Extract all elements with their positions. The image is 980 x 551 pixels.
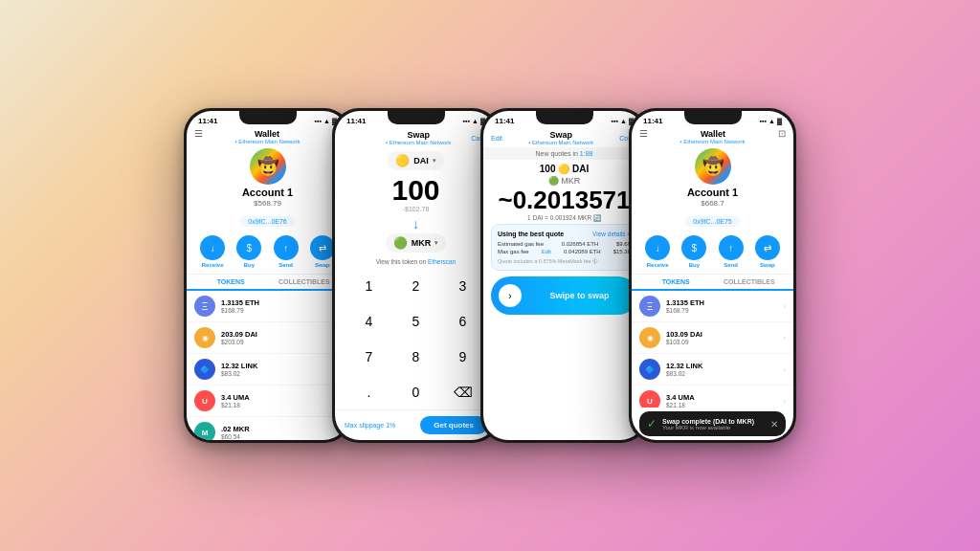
tabs-4: TOKENS COLLECTIBLES: [632, 275, 793, 291]
scan-icon-4[interactable]: ⊡: [774, 128, 790, 139]
signal-icon-1: ▪▪▪: [315, 118, 322, 124]
toast-close-btn[interactable]: ✕: [770, 419, 778, 430]
wallet-title-1: Wallet: [255, 129, 279, 139]
max-gas-label: Max gas fee: [498, 249, 529, 254]
send-btn-4[interactable]: ↑ Send: [719, 235, 744, 268]
edit-btn-3[interactable]: Edit: [491, 135, 502, 142]
swap-btn-1[interactable]: ⇄ Swap: [310, 235, 335, 268]
account-balance-4: $668.7: [632, 199, 793, 208]
swipe-to-swap-btn[interactable]: › Swipe to swap: [491, 276, 637, 315]
tab-tokens-4[interactable]: TOKENS: [639, 275, 713, 291]
avatar-1: 🤠: [250, 148, 286, 185]
token-link-1[interactable]: 🔷 12.32 LINK $83.02 ›: [187, 354, 348, 386]
token-link-4[interactable]: 🔷 12.32 LINK $83.02 ›: [632, 354, 793, 386]
from-token-dropdown[interactable]: 🟡 DAI ▾: [388, 151, 444, 170]
token-eth-1[interactable]: Ξ 1.3135 ETH $168.79 ›: [187, 291, 348, 322]
key-8[interactable]: 8: [393, 341, 438, 374]
wifi-icon-2: ▲: [472, 118, 479, 124]
time-4: 11:41: [643, 117, 662, 125]
tab-collectibles-1[interactable]: COLLECTIBLES: [268, 275, 342, 291]
max-gas-row: Max gas fee Edit 0.042089 ETH $15.38: [498, 249, 631, 254]
etherscan-link-2: View this token on Etherscan: [335, 258, 497, 265]
account-address-4[interactable]: 0x9fC...0E75: [685, 216, 739, 227]
swipe-circle: ›: [499, 284, 522, 307]
receive-icon-4: ↓: [645, 235, 670, 260]
key-1[interactable]: 1: [346, 269, 391, 302]
key-backspace[interactable]: ⌫: [440, 376, 485, 409]
screen-2: 11:41 ▪▪▪ ▲ ▓ Swap • Ethereum Main Netwo…: [335, 111, 497, 440]
quote-to-icon: 🟢 MKR: [548, 176, 581, 186]
receive-btn-1[interactable]: ↓ Receive: [200, 235, 225, 268]
mkr-icon-1: M: [194, 422, 215, 440]
phone-1-wrapper: 11:41 ▪▪▪ ▲ ▓ ☰ Wallet • Ethereum Main N…: [184, 108, 351, 443]
action-buttons-1: ↓ Receive $ Buy ↑ Send ⇄ Swap: [187, 230, 348, 275]
best-quote-title: Using the best quote: [498, 231, 564, 237]
key-7[interactable]: 7: [346, 341, 391, 374]
key-3[interactable]: 3: [440, 269, 485, 302]
wallet-title-4: Wallet: [701, 129, 725, 139]
phone-4-wrapper: 11:41 ▪▪▪ ▲ ▓ ☰ Wallet ⊡ • Ethereum Main…: [629, 108, 796, 443]
dai-name-4: 103.09 DAI: [666, 330, 783, 339]
get-quotes-btn[interactable]: Get quotes: [420, 416, 487, 434]
menu-icon-4[interactable]: ☰: [635, 128, 652, 139]
token-uma-4[interactable]: U 3.4 UMA $21.18 ›: [632, 386, 793, 408]
swap-label-1: Swap: [315, 262, 330, 268]
link-usd-1: $83.02: [221, 370, 338, 377]
buy-label-1: Buy: [244, 262, 255, 268]
menu-icon-1[interactable]: ☰: [190, 128, 207, 139]
send-label-4: Send: [724, 262, 738, 268]
buy-btn-4[interactable]: $ Buy: [681, 235, 706, 268]
signal-icon-3: ▪▪▪: [612, 118, 618, 124]
gas-fee-eth: 0.026854 ETH: [562, 241, 599, 247]
token-mkr-1[interactable]: M .02 MKR $60.54 ›: [187, 417, 348, 440]
eth-icon-1: Ξ: [194, 296, 215, 317]
token-dai-4[interactable]: ◉ 103.09 DAI $103.09 ›: [632, 322, 793, 354]
eth-usd-1: $168.79: [221, 307, 338, 314]
screen-1: 11:41 ▪▪▪ ▲ ▓ ☰ Wallet • Ethereum Main N…: [187, 111, 348, 440]
buy-btn-1[interactable]: $ Buy: [236, 235, 261, 268]
swipe-label: Swipe to swap: [529, 291, 630, 300]
swap-icon-1: ⇄: [310, 235, 335, 260]
etherscan-text[interactable]: Etherscan: [428, 258, 456, 265]
send-icon-1: ↑: [274, 235, 299, 260]
tab-tokens-1[interactable]: TOKENS: [194, 275, 268, 291]
eth-name-1: 1.3135 ETH: [221, 298, 338, 307]
key-9[interactable]: 9: [440, 341, 485, 374]
quote-banner: New quotes in 1:88: [483, 147, 645, 160]
token-eth-4[interactable]: Ξ 1.3135 ETH $168.79 ›: [632, 291, 793, 322]
receive-btn-4[interactable]: ↓ Receive: [645, 235, 670, 268]
view-details-btn[interactable]: View details »: [592, 231, 631, 237]
eth-usd-4: $168.79: [666, 307, 783, 314]
tabs-1: TOKENS COLLECTIBLES: [187, 275, 348, 291]
toast-check-icon: ✓: [647, 417, 657, 430]
swap-arrow-2: ↓: [335, 216, 497, 231]
status-icons-1: ▪▪▪ ▲ ▓: [315, 118, 338, 124]
link-usd-4: $83.02: [666, 370, 783, 377]
eth-arrow-4: ›: [783, 302, 786, 311]
mkr-dropdown-name: MKR: [412, 238, 432, 248]
max-gas-edit[interactable]: Edit: [542, 249, 551, 254]
key-6[interactable]: 6: [440, 304, 485, 338]
buy-label-4: Buy: [689, 262, 700, 268]
send-icon-4: ↑: [719, 235, 744, 260]
notch-1: [239, 111, 297, 124]
network-1: • Ethereum Main Network: [187, 139, 348, 144]
token-uma-1[interactable]: U 3.4 UMA $21.18 ›: [187, 386, 348, 417]
token-dai-1[interactable]: ◉ 203.09 DAI $203.09 ›: [187, 322, 348, 354]
swap-btn-4[interactable]: ⇄ Swap: [755, 235, 780, 268]
key-2[interactable]: 2: [393, 269, 438, 302]
tab-collectibles-4[interactable]: COLLECTIBLES: [713, 275, 787, 291]
key-5[interactable]: 5: [393, 304, 438, 338]
send-btn-1[interactable]: ↑ Send: [274, 235, 299, 268]
key-dot[interactable]: .: [346, 376, 391, 409]
receive-label-4: Receive: [647, 262, 669, 268]
slippage-btn-2[interactable]: Max slippage 1%: [345, 422, 395, 429]
account-name-1: Account 1: [187, 187, 348, 198]
key-4[interactable]: 4: [346, 304, 391, 338]
dai-icon-4: ◉: [639, 327, 660, 348]
best-quote-header: Using the best quote View details »: [498, 231, 631, 237]
account-address-1[interactable]: 0x9fC...0E76: [240, 216, 294, 227]
time-3: 11:41: [495, 117, 514, 125]
to-token-dropdown[interactable]: 🟢 MKR ▾: [386, 233, 447, 253]
key-0[interactable]: 0: [393, 376, 438, 409]
